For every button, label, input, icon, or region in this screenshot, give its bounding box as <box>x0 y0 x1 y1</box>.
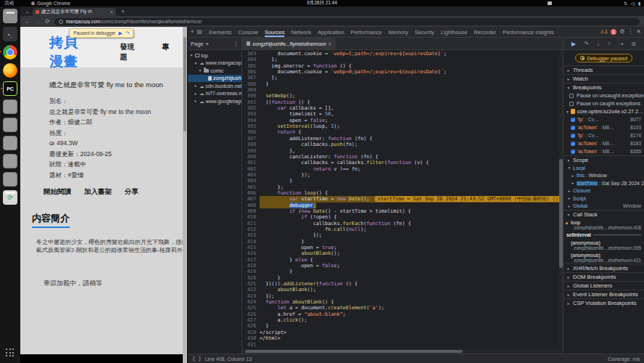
checkbox-checked[interactable] <box>571 134 575 138</box>
breakpoint-item[interactable]: 'fp': Cv…8174 <box>564 131 644 139</box>
page-scrollbar[interactable] <box>183 27 187 363</box>
section-call-stack[interactable]: ▾Call Stack <box>564 210 644 219</box>
scope-row-global[interactable]: ▸GlobalWindow <box>564 203 644 211</box>
checkbox-unchecked[interactable] <box>569 102 574 106</box>
scope-row-starttime[interactable]: ▸startTime: Sat Sep 28 2024 21 <box>564 179 644 187</box>
section-global-listeners[interactable]: ▸Global Listeners <box>564 281 644 290</box>
tree-item-www-googletagm[interactable]: ▸☁www.googletagm <box>188 97 242 105</box>
back-button[interactable]: ← <box>25 18 30 25</box>
editor-horizontal-scrollbar[interactable] <box>242 349 563 354</box>
step-button[interactable]: ⇢ <box>619 41 624 47</box>
deactivate-breakpoints-button[interactable]: ⊘ <box>631 41 636 47</box>
dock-item-firefox[interactable] <box>3 63 17 78</box>
section-watch[interactable]: ▸Watch <box>564 74 644 83</box>
line-number[interactable]: 418 <box>242 263 260 269</box>
section-scope[interactable]: ▾Scope <box>564 155 644 164</box>
site-logo[interactable]: 拷貝漫畫 <box>49 33 93 71</box>
line-number[interactable]: 395 <box>242 123 260 129</box>
code-line-411[interactable]: 411 callbacks.forEach(function (fn) { <box>242 221 563 227</box>
code-line-408[interactable]: 408 debugger; <box>242 203 563 208</box>
editor-hscroll-thumb[interactable] <box>245 350 463 353</box>
line-number[interactable]: 416 <box>242 250 260 256</box>
dock-item-app-3[interactable] <box>3 136 17 150</box>
code-line-419[interactable]: 419 } <box>242 269 563 274</box>
scope-row-script[interactable]: ▸Script <box>564 195 644 203</box>
code-line-400[interactable]: 400 cancleListenr: function (fn) { <box>242 154 563 160</box>
code-line-394[interactable]: 394 open = false; <box>242 118 563 123</box>
editor-vscroll-thumb[interactable] <box>559 159 563 268</box>
page-scrollbar-thumb[interactable] <box>183 37 186 131</box>
line-number[interactable]: 394 <box>242 118 260 123</box>
scope-row-closure[interactable]: ▸Closure <box>564 187 644 195</box>
code-line-383[interactable]: 383 document.cookie = `webp=1;path=/;exp… <box>242 51 563 57</box>
code-line-418[interactable]: 418 open = false; <box>242 263 563 269</box>
call-stack-frame[interactable]: loopzongzhijiushife…etothemoon:408 <box>564 219 644 231</box>
dock-item-app-2[interactable] <box>3 118 17 132</box>
line-number[interactable]: 406 <box>242 190 260 196</box>
code-line-393[interactable]: 393 timelimit = 50, <box>242 111 563 117</box>
warnings-badge[interactable]: ⚠1 <box>600 29 608 35</box>
breakpoint-group[interactable]: ▾core-optimi.kz2o4e.v2.27.2… <box>564 107 644 115</box>
dock-item-files[interactable] <box>3 9 17 23</box>
line-number[interactable]: 407 <box>242 196 260 202</box>
code-line-404[interactable]: 404 } <box>242 178 563 184</box>
line-number[interactable]: 387 <box>242 75 260 81</box>
line-number[interactable]: 423 <box>242 293 260 299</box>
manga-action-2[interactable]: 分享 <box>125 187 139 197</box>
system-tray[interactable]: ⇅ ◁) ▮ <box>624 1 644 6</box>
checkbox-checked[interactable] <box>571 126 575 130</box>
line-number[interactable]: 384 <box>242 57 260 62</box>
section-csp-violation-breakpoints[interactable]: ▸CSP Violation Breakpoints <box>564 298 644 307</box>
manga-action-0[interactable]: 開始閱讀 <box>44 187 71 197</box>
devtools-tab-network[interactable]: Network <box>291 28 311 37</box>
breakpoint-item[interactable]: 'acToken': M8…8103 <box>564 123 644 131</box>
devtools-tab-sources[interactable]: Sources <box>265 28 285 37</box>
step-out-button[interactable]: ↑ <box>608 41 611 47</box>
line-number[interactable]: 413 <box>242 232 260 238</box>
line-number[interactable]: 404 <box>242 178 260 184</box>
resume-button[interactable]: ▶ <box>571 41 576 47</box>
system-clock[interactable]: 9月28日 21:44 <box>307 0 337 7</box>
code-line-410[interactable]: 410 if (!open) { <box>242 214 563 220</box>
line-number[interactable]: 422 <box>242 287 260 293</box>
line-number[interactable]: 429 <box>242 330 260 335</box>
line-number[interactable]: 411 <box>242 221 260 227</box>
line-number[interactable]: 403 <box>242 172 260 178</box>
activities-button[interactable]: 活动 <box>0 0 18 7</box>
code-line-392[interactable]: 392 var callbacks = [], <box>242 105 563 111</box>
errors-badge[interactable]: 1 <box>611 29 616 35</box>
devtools-tab-performance[interactable]: Performance <box>351 28 382 37</box>
code-line-422[interactable]: 422 aboutBlank(); <box>242 287 563 293</box>
editor-vertical-scrollbar[interactable] <box>559 50 563 349</box>
devtools-tab-application[interactable]: Application <box>318 28 344 37</box>
line-number[interactable]: 390 <box>242 93 260 99</box>
tree-item-www-mangacopy-[interactable]: ▾☁www.mangacopy. <box>188 60 242 68</box>
code-line-391[interactable]: 391 ((function () { <box>242 99 563 105</box>
pretty-print-icon[interactable]: { } <box>192 356 202 362</box>
devtools-tab-recorder[interactable]: Recorder <box>474 28 496 37</box>
checkbox-checked[interactable] <box>571 142 575 146</box>
code-line-424[interactable]: 424 function aboutBlank() { <box>242 299 563 305</box>
code-line-414[interactable]: 414 } <box>242 239 563 245</box>
checkbox-checked[interactable] <box>571 118 575 122</box>
pause-option-pause-on-uncaught-exceptions[interactable]: Pause on uncaught exceptions <box>564 91 644 99</box>
editor-file-tab[interactable]: zongzhijiushife...flymetothemoon × <box>242 38 336 49</box>
line-number[interactable]: 420 <box>242 275 260 281</box>
inspect-element-icon[interactable]: ⌖ <box>191 29 194 35</box>
line-number[interactable]: 427 <box>242 317 260 323</box>
step-into-button[interactable]: ↓ <box>597 41 600 47</box>
code-line-398[interactable]: 398 callbacks.push(fn); <box>242 142 563 147</box>
line-number[interactable]: 385 <box>242 63 260 69</box>
code-line-386[interactable]: 386 document.cookie = `webp=0;path=/;exp… <box>242 69 563 75</box>
code-line-415[interactable]: 415 open = true; <box>242 245 563 250</box>
devtools-tab-lighthouse[interactable]: Lighthouse <box>441 28 468 37</box>
code-line-412[interactable]: 412 fn.call(null); <box>242 227 563 232</box>
code-line-390[interactable]: 390 setWebp(); <box>242 93 563 99</box>
code-line-388[interactable]: 388 } <box>242 81 563 87</box>
call-stack-frame[interactable]: (anonymous)zongzhijiushife…etothemoon:42… <box>564 251 644 264</box>
code-line-387[interactable]: 387 }; <box>242 75 563 81</box>
line-number[interactable]: 405 <box>242 184 260 190</box>
section-dom-breakpoints[interactable]: ▸DOM Breakpoints <box>564 272 644 281</box>
devtools-close-icon[interactable]: ✕ <box>636 29 641 35</box>
dock-item-chrome[interactable] <box>3 45 17 60</box>
